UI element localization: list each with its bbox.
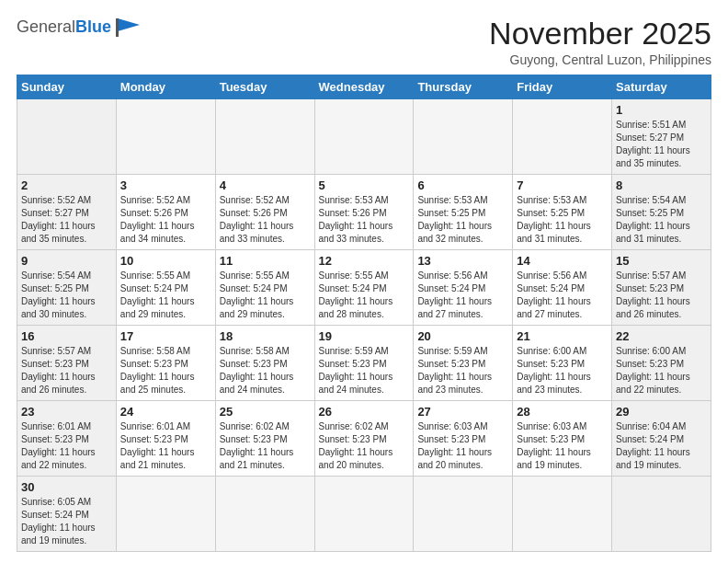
day-info: Sunrise: 5:54 AM Sunset: 5:25 PM Dayligh… [21, 270, 112, 321]
day-number: 27 [417, 405, 508, 419]
calendar-cell: 1Sunrise: 5:51 AM Sunset: 5:27 PM Daylig… [612, 99, 711, 175]
calendar-cell: 9Sunrise: 5:54 AM Sunset: 5:25 PM Daylig… [17, 250, 117, 326]
day-number: 19 [319, 329, 410, 343]
logo-text: General Blue [17, 17, 140, 37]
day-number: 12 [319, 254, 410, 268]
calendar-cell: 29Sunrise: 6:04 AM Sunset: 5:24 PM Dayli… [612, 401, 711, 477]
day-number: 26 [319, 405, 410, 419]
day-number: 15 [616, 254, 707, 268]
day-info: Sunrise: 6:04 AM Sunset: 5:24 PM Dayligh… [616, 420, 707, 472]
calendar-cell [414, 477, 513, 552]
header-friday: Friday [513, 75, 612, 99]
calendar-cell [314, 477, 414, 552]
day-info: Sunrise: 5:55 AM Sunset: 5:24 PM Dayligh… [319, 270, 410, 321]
calendar-week-row: 16Sunrise: 5:57 AM Sunset: 5:23 PM Dayli… [17, 326, 711, 401]
day-number: 14 [517, 254, 608, 268]
day-number: 9 [21, 254, 112, 268]
calendar-week-row: 2Sunrise: 5:52 AM Sunset: 5:27 PM Daylig… [17, 175, 711, 250]
calendar-cell: 28Sunrise: 6:03 AM Sunset: 5:23 PM Dayli… [513, 401, 612, 477]
day-number: 7 [517, 178, 608, 192]
day-number: 4 [220, 178, 311, 192]
calendar-week-row: 30Sunrise: 6:05 AM Sunset: 5:24 PM Dayli… [17, 477, 711, 552]
calendar-cell: 2Sunrise: 5:52 AM Sunset: 5:27 PM Daylig… [17, 175, 117, 250]
calendar-cell: 12Sunrise: 5:55 AM Sunset: 5:24 PM Dayli… [314, 250, 414, 326]
calendar-cell: 25Sunrise: 6:02 AM Sunset: 5:23 PM Dayli… [215, 401, 314, 477]
day-info: Sunrise: 5:53 AM Sunset: 5:25 PM Dayligh… [417, 194, 508, 246]
calendar-week-row: 9Sunrise: 5:54 AM Sunset: 5:25 PM Daylig… [17, 250, 711, 326]
header-monday: Monday [116, 75, 215, 99]
calendar-cell: 4Sunrise: 5:52 AM Sunset: 5:26 PM Daylig… [215, 175, 314, 250]
day-number: 23 [21, 405, 112, 419]
day-info: Sunrise: 5:54 AM Sunset: 5:25 PM Dayligh… [616, 194, 707, 246]
day-number: 20 [417, 329, 508, 343]
calendar-cell: 14Sunrise: 5:56 AM Sunset: 5:24 PM Dayli… [513, 250, 612, 326]
day-info: Sunrise: 5:59 AM Sunset: 5:23 PM Dayligh… [417, 345, 508, 396]
day-number: 28 [517, 405, 608, 419]
calendar-cell: 26Sunrise: 6:02 AM Sunset: 5:23 PM Dayli… [314, 401, 414, 477]
calendar-cell [612, 477, 711, 552]
day-number: 18 [220, 329, 311, 343]
day-info: Sunrise: 5:56 AM Sunset: 5:24 PM Dayligh… [417, 270, 508, 321]
header-tuesday: Tuesday [215, 75, 314, 99]
page: General Blue November 2025 Guyong, Centr… [0, 0, 728, 561]
calendar-cell: 23Sunrise: 6:01 AM Sunset: 5:23 PM Dayli… [17, 401, 117, 477]
calendar-cell: 24Sunrise: 6:01 AM Sunset: 5:23 PM Dayli… [116, 401, 215, 477]
calendar-week-row: 23Sunrise: 6:01 AM Sunset: 5:23 PM Dayli… [17, 401, 711, 477]
calendar-cell: 15Sunrise: 5:57 AM Sunset: 5:23 PM Dayli… [612, 250, 711, 326]
day-info: Sunrise: 6:02 AM Sunset: 5:23 PM Dayligh… [220, 420, 311, 472]
day-info: Sunrise: 5:57 AM Sunset: 5:23 PM Dayligh… [21, 345, 112, 396]
day-info: Sunrise: 6:01 AM Sunset: 5:23 PM Dayligh… [21, 420, 112, 472]
logo-general-text: General [17, 17, 75, 37]
day-info: Sunrise: 6:02 AM Sunset: 5:23 PM Dayligh… [319, 420, 410, 472]
day-number: 10 [120, 254, 211, 268]
calendar-cell: 10Sunrise: 5:55 AM Sunset: 5:24 PM Dayli… [116, 250, 215, 326]
location: Guyong, Central Luzon, Philippines [489, 52, 711, 67]
calendar-cell [116, 477, 215, 552]
calendar-cell: 19Sunrise: 5:59 AM Sunset: 5:23 PM Dayli… [314, 326, 414, 401]
day-info: Sunrise: 5:58 AM Sunset: 5:23 PM Dayligh… [120, 345, 211, 396]
day-number: 5 [319, 178, 410, 192]
day-info: Sunrise: 6:03 AM Sunset: 5:23 PM Dayligh… [417, 420, 508, 472]
calendar-cell: 3Sunrise: 5:52 AM Sunset: 5:26 PM Daylig… [116, 175, 215, 250]
header: General Blue November 2025 Guyong, Centr… [17, 17, 711, 67]
day-info: Sunrise: 5:53 AM Sunset: 5:25 PM Dayligh… [517, 194, 608, 246]
day-info: Sunrise: 6:00 AM Sunset: 5:23 PM Dayligh… [616, 345, 707, 396]
day-info: Sunrise: 6:05 AM Sunset: 5:24 PM Dayligh… [21, 496, 112, 547]
calendar-body: 1Sunrise: 5:51 AM Sunset: 5:27 PM Daylig… [17, 99, 711, 552]
calendar-cell: 30Sunrise: 6:05 AM Sunset: 5:24 PM Dayli… [17, 477, 117, 552]
calendar-cell [215, 99, 314, 175]
logo: General Blue [17, 17, 140, 37]
day-number: 8 [616, 178, 707, 192]
day-info: Sunrise: 5:53 AM Sunset: 5:26 PM Dayligh… [319, 194, 410, 246]
day-number: 1 [616, 103, 707, 117]
day-info: Sunrise: 5:58 AM Sunset: 5:23 PM Dayligh… [220, 345, 311, 396]
calendar-cell: 18Sunrise: 5:58 AM Sunset: 5:23 PM Dayli… [215, 326, 314, 401]
logo-blue-text: Blue [75, 17, 111, 37]
calendar-cell: 13Sunrise: 5:56 AM Sunset: 5:24 PM Dayli… [414, 250, 513, 326]
logo-icon [114, 17, 140, 37]
calendar-cell [314, 99, 414, 175]
calendar-cell: 7Sunrise: 5:53 AM Sunset: 5:25 PM Daylig… [513, 175, 612, 250]
calendar-week-row: 1Sunrise: 5:51 AM Sunset: 5:27 PM Daylig… [17, 99, 711, 175]
day-number: 30 [21, 480, 112, 494]
day-number: 24 [120, 405, 211, 419]
calendar-cell: 11Sunrise: 5:55 AM Sunset: 5:24 PM Dayli… [215, 250, 314, 326]
day-number: 3 [120, 178, 211, 192]
day-number: 6 [417, 178, 508, 192]
day-number: 13 [417, 254, 508, 268]
day-info: Sunrise: 5:52 AM Sunset: 5:26 PM Dayligh… [120, 194, 211, 246]
calendar-cell [513, 99, 612, 175]
day-info: Sunrise: 6:00 AM Sunset: 5:23 PM Dayligh… [517, 345, 608, 396]
month-title: November 2025 [489, 17, 711, 51]
title-block: November 2025 Guyong, Central Luzon, Phi… [489, 17, 711, 67]
day-number: 29 [616, 405, 707, 419]
day-number: 16 [21, 329, 112, 343]
calendar-header: Sunday Monday Tuesday Wednesday Thursday… [17, 75, 711, 99]
svg-rect-1 [116, 18, 119, 37]
day-info: Sunrise: 6:03 AM Sunset: 5:23 PM Dayligh… [517, 420, 608, 472]
day-info: Sunrise: 6:01 AM Sunset: 5:23 PM Dayligh… [120, 420, 211, 472]
day-number: 21 [517, 329, 608, 343]
calendar-cell: 27Sunrise: 6:03 AM Sunset: 5:23 PM Dayli… [414, 401, 513, 477]
calendar-cell: 16Sunrise: 5:57 AM Sunset: 5:23 PM Dayli… [17, 326, 117, 401]
calendar-cell [116, 99, 215, 175]
